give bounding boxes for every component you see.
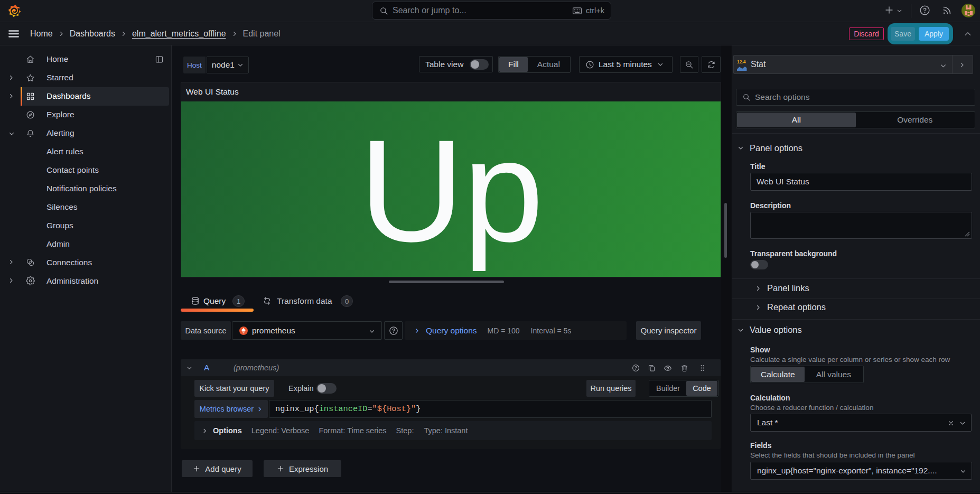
svg-text:12.4: 12.4 xyxy=(737,59,746,64)
